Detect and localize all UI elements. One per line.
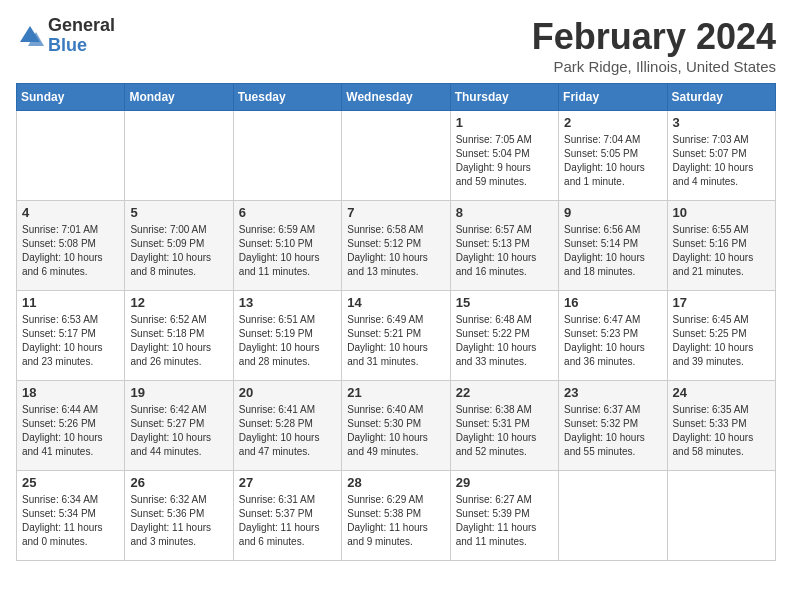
page-header: General Blue February 2024 Park Ridge, I…: [16, 16, 776, 75]
day-number: 6: [239, 205, 336, 220]
day-number: 18: [22, 385, 119, 400]
calendar-cell: 22Sunrise: 6:38 AM Sunset: 5:31 PM Dayli…: [450, 381, 558, 471]
day-number: 11: [22, 295, 119, 310]
calendar-cell: 20Sunrise: 6:41 AM Sunset: 5:28 PM Dayli…: [233, 381, 341, 471]
day-info: Sunrise: 6:34 AM Sunset: 5:34 PM Dayligh…: [22, 493, 119, 549]
day-number: 9: [564, 205, 661, 220]
day-number: 20: [239, 385, 336, 400]
calendar-cell: 25Sunrise: 6:34 AM Sunset: 5:34 PM Dayli…: [17, 471, 125, 561]
day-info: Sunrise: 6:40 AM Sunset: 5:30 PM Dayligh…: [347, 403, 444, 459]
day-number: 12: [130, 295, 227, 310]
calendar-cell: 28Sunrise: 6:29 AM Sunset: 5:38 PM Dayli…: [342, 471, 450, 561]
day-number: 13: [239, 295, 336, 310]
day-info: Sunrise: 6:51 AM Sunset: 5:19 PM Dayligh…: [239, 313, 336, 369]
day-number: 4: [22, 205, 119, 220]
calendar-cell: 3Sunrise: 7:03 AM Sunset: 5:07 PM Daylig…: [667, 111, 775, 201]
calendar-cell: 10Sunrise: 6:55 AM Sunset: 5:16 PM Dayli…: [667, 201, 775, 291]
day-of-week-header: Monday: [125, 84, 233, 111]
day-info: Sunrise: 6:32 AM Sunset: 5:36 PM Dayligh…: [130, 493, 227, 549]
calendar-cell: 26Sunrise: 6:32 AM Sunset: 5:36 PM Dayli…: [125, 471, 233, 561]
day-info: Sunrise: 6:44 AM Sunset: 5:26 PM Dayligh…: [22, 403, 119, 459]
calendar-cell: 23Sunrise: 6:37 AM Sunset: 5:32 PM Dayli…: [559, 381, 667, 471]
calendar-cell: 29Sunrise: 6:27 AM Sunset: 5:39 PM Dayli…: [450, 471, 558, 561]
day-number: 8: [456, 205, 553, 220]
day-info: Sunrise: 6:59 AM Sunset: 5:10 PM Dayligh…: [239, 223, 336, 279]
day-number: 28: [347, 475, 444, 490]
day-info: Sunrise: 6:27 AM Sunset: 5:39 PM Dayligh…: [456, 493, 553, 549]
calendar-cell: 4Sunrise: 7:01 AM Sunset: 5:08 PM Daylig…: [17, 201, 125, 291]
logo: General Blue: [16, 16, 115, 56]
calendar-cell: [667, 471, 775, 561]
day-info: Sunrise: 6:58 AM Sunset: 5:12 PM Dayligh…: [347, 223, 444, 279]
day-of-week-header: Saturday: [667, 84, 775, 111]
day-info: Sunrise: 7:00 AM Sunset: 5:09 PM Dayligh…: [130, 223, 227, 279]
day-info: Sunrise: 6:56 AM Sunset: 5:14 PM Dayligh…: [564, 223, 661, 279]
logo-general-text: General: [48, 15, 115, 35]
calendar-cell: 18Sunrise: 6:44 AM Sunset: 5:26 PM Dayli…: [17, 381, 125, 471]
calendar-cell: 14Sunrise: 6:49 AM Sunset: 5:21 PM Dayli…: [342, 291, 450, 381]
calendar-cell: 12Sunrise: 6:52 AM Sunset: 5:18 PM Dayli…: [125, 291, 233, 381]
calendar-cell: [125, 111, 233, 201]
day-info: Sunrise: 6:57 AM Sunset: 5:13 PM Dayligh…: [456, 223, 553, 279]
day-number: 25: [22, 475, 119, 490]
day-info: Sunrise: 7:04 AM Sunset: 5:05 PM Dayligh…: [564, 133, 661, 189]
day-info: Sunrise: 6:52 AM Sunset: 5:18 PM Dayligh…: [130, 313, 227, 369]
day-number: 24: [673, 385, 770, 400]
day-number: 14: [347, 295, 444, 310]
day-info: Sunrise: 6:38 AM Sunset: 5:31 PM Dayligh…: [456, 403, 553, 459]
calendar-cell: 5Sunrise: 7:00 AM Sunset: 5:09 PM Daylig…: [125, 201, 233, 291]
day-number: 22: [456, 385, 553, 400]
calendar-cell: 17Sunrise: 6:45 AM Sunset: 5:25 PM Dayli…: [667, 291, 775, 381]
day-info: Sunrise: 6:42 AM Sunset: 5:27 PM Dayligh…: [130, 403, 227, 459]
day-number: 3: [673, 115, 770, 130]
day-number: 27: [239, 475, 336, 490]
day-of-week-header: Wednesday: [342, 84, 450, 111]
calendar-cell: [233, 111, 341, 201]
day-number: 7: [347, 205, 444, 220]
calendar-cell: 13Sunrise: 6:51 AM Sunset: 5:19 PM Dayli…: [233, 291, 341, 381]
day-number: 10: [673, 205, 770, 220]
calendar-cell: 19Sunrise: 6:42 AM Sunset: 5:27 PM Dayli…: [125, 381, 233, 471]
calendar-cell: 21Sunrise: 6:40 AM Sunset: 5:30 PM Dayli…: [342, 381, 450, 471]
calendar-cell: [559, 471, 667, 561]
day-number: 16: [564, 295, 661, 310]
day-number: 19: [130, 385, 227, 400]
day-info: Sunrise: 6:29 AM Sunset: 5:38 PM Dayligh…: [347, 493, 444, 549]
day-of-week-header: Sunday: [17, 84, 125, 111]
calendar-cell: 8Sunrise: 6:57 AM Sunset: 5:13 PM Daylig…: [450, 201, 558, 291]
calendar-cell: 15Sunrise: 6:48 AM Sunset: 5:22 PM Dayli…: [450, 291, 558, 381]
day-of-week-header: Friday: [559, 84, 667, 111]
calendar-cell: 1Sunrise: 7:05 AM Sunset: 5:04 PM Daylig…: [450, 111, 558, 201]
day-info: Sunrise: 6:41 AM Sunset: 5:28 PM Dayligh…: [239, 403, 336, 459]
day-number: 15: [456, 295, 553, 310]
main-title: February 2024: [532, 16, 776, 58]
calendar-header: SundayMondayTuesdayWednesdayThursdayFrid…: [17, 84, 776, 111]
day-number: 21: [347, 385, 444, 400]
day-number: 23: [564, 385, 661, 400]
calendar-cell: 9Sunrise: 6:56 AM Sunset: 5:14 PM Daylig…: [559, 201, 667, 291]
day-info: Sunrise: 7:01 AM Sunset: 5:08 PM Dayligh…: [22, 223, 119, 279]
day-info: Sunrise: 6:48 AM Sunset: 5:22 PM Dayligh…: [456, 313, 553, 369]
calendar-cell: 27Sunrise: 6:31 AM Sunset: 5:37 PM Dayli…: [233, 471, 341, 561]
calendar-cell: 11Sunrise: 6:53 AM Sunset: 5:17 PM Dayli…: [17, 291, 125, 381]
calendar-cell: 24Sunrise: 6:35 AM Sunset: 5:33 PM Dayli…: [667, 381, 775, 471]
day-info: Sunrise: 6:45 AM Sunset: 5:25 PM Dayligh…: [673, 313, 770, 369]
day-info: Sunrise: 6:49 AM Sunset: 5:21 PM Dayligh…: [347, 313, 444, 369]
day-number: 1: [456, 115, 553, 130]
day-info: Sunrise: 6:35 AM Sunset: 5:33 PM Dayligh…: [673, 403, 770, 459]
calendar-table: SundayMondayTuesdayWednesdayThursdayFrid…: [16, 83, 776, 561]
day-info: Sunrise: 6:31 AM Sunset: 5:37 PM Dayligh…: [239, 493, 336, 549]
day-info: Sunrise: 6:37 AM Sunset: 5:32 PM Dayligh…: [564, 403, 661, 459]
calendar-cell: 7Sunrise: 6:58 AM Sunset: 5:12 PM Daylig…: [342, 201, 450, 291]
calendar-cell: 2Sunrise: 7:04 AM Sunset: 5:05 PM Daylig…: [559, 111, 667, 201]
logo-icon: [16, 22, 44, 50]
day-of-week-header: Tuesday: [233, 84, 341, 111]
day-number: 5: [130, 205, 227, 220]
subtitle: Park Ridge, Illinois, United States: [532, 58, 776, 75]
day-number: 2: [564, 115, 661, 130]
day-info: Sunrise: 7:05 AM Sunset: 5:04 PM Dayligh…: [456, 133, 553, 189]
calendar-cell: 6Sunrise: 6:59 AM Sunset: 5:10 PM Daylig…: [233, 201, 341, 291]
title-area: February 2024 Park Ridge, Illinois, Unit…: [532, 16, 776, 75]
day-of-week-header: Thursday: [450, 84, 558, 111]
calendar-cell: 16Sunrise: 6:47 AM Sunset: 5:23 PM Dayli…: [559, 291, 667, 381]
